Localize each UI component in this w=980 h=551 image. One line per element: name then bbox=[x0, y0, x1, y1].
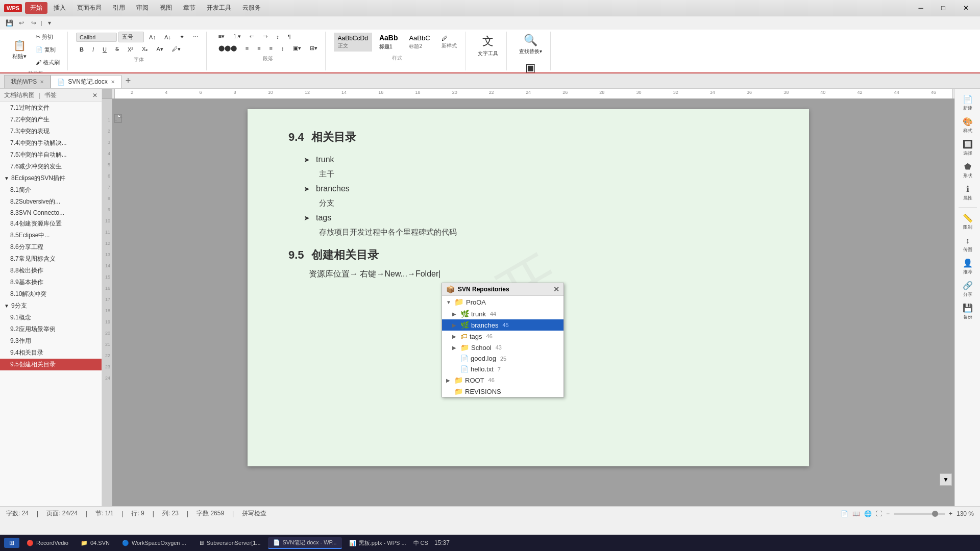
sidebar-item-9[interactable]: ▼ 9分支 bbox=[0, 300, 102, 312]
sidebar-item-7-3[interactable]: 7.3冲突的表现 bbox=[0, 126, 102, 137]
more-button[interactable]: ⋯ bbox=[189, 32, 202, 42]
style-new[interactable]: 🖊新样式 bbox=[437, 33, 461, 52]
doc-area[interactable]: 1 2 3 4 5 6 7 8 9 10 11 12 13 14 15 16 1… bbox=[102, 99, 954, 506]
transfer-button[interactable]: ↕ 传图 bbox=[958, 234, 978, 255]
italic-button[interactable]: I bbox=[89, 45, 97, 54]
sidebar-item-9-2[interactable]: 9.2应用场景举例 bbox=[0, 323, 102, 335]
view-fullscreen-icon[interactable]: ⛶ bbox=[876, 510, 882, 517]
select-panel-button[interactable]: 🔲 选择 bbox=[958, 138, 978, 158]
tab-mywps[interactable]: 我的WPS ✕ bbox=[4, 75, 51, 88]
share-button[interactable]: 🔗 分享 bbox=[958, 279, 978, 299]
highlight-button[interactable]: 🖊▾ bbox=[168, 44, 184, 54]
menu-yunfuwu[interactable]: 云服务 bbox=[237, 2, 266, 14]
find-replace-button[interactable]: 🔍 查找替换▾ bbox=[515, 32, 546, 57]
view-normal-icon[interactable]: 📄 bbox=[841, 510, 848, 517]
taskbar-recordvedio[interactable]: 🔴 RecordVedio bbox=[21, 538, 74, 548]
cut-button[interactable]: ✂ 剪切 bbox=[32, 32, 63, 42]
svn-popup-close-button[interactable]: ✕ bbox=[553, 285, 559, 293]
new-tab-button[interactable]: + bbox=[121, 76, 135, 86]
text-tools-button[interactable]: 文 文字工具 bbox=[474, 32, 502, 59]
save-button[interactable]: 💾 bbox=[4, 18, 14, 28]
sidebar-item-8-3[interactable]: 8.3SVN Connecto... bbox=[0, 208, 102, 218]
subscript-button[interactable]: X₂ bbox=[138, 44, 151, 54]
bold-button[interactable]: B bbox=[76, 45, 87, 54]
select-button[interactable]: ▣ 选择▾ bbox=[520, 59, 541, 73]
backup-button[interactable]: 💾 备份 bbox=[958, 302, 978, 322]
scroll-to-bottom-button[interactable]: ▼ bbox=[940, 473, 952, 486]
justify-button[interactable]: ≡ bbox=[266, 44, 276, 53]
sidebar-item-8-4[interactable]: 8.4创建资源库位置 bbox=[0, 218, 102, 230]
show-hide-button[interactable]: ¶ bbox=[284, 32, 295, 41]
strikethrough-button[interactable]: S̶ bbox=[112, 44, 122, 54]
sidebar-item-8-1[interactable]: 8.1简介 bbox=[0, 184, 102, 196]
redo-button[interactable]: ↪ bbox=[29, 18, 39, 28]
recommend-button[interactable]: 👤 推荐 bbox=[958, 257, 978, 277]
minimize-button[interactable]: ─ bbox=[911, 3, 931, 14]
sidebar-item-7-6[interactable]: 7.6减少冲突的发生 bbox=[0, 161, 102, 172]
sidebar-item-7-1[interactable]: 7.1过时的文件 bbox=[0, 102, 102, 114]
sidebar-item-8[interactable]: ▼ 8Eclipse的SVN插件 bbox=[0, 172, 102, 184]
svn-row-tags[interactable]: ▶ 🏷 tags 46 bbox=[442, 331, 564, 342]
underline-button[interactable]: U bbox=[99, 45, 110, 54]
view-read-icon[interactable]: 📖 bbox=[852, 510, 860, 517]
svn-row-goodlog[interactable]: ▶ 📄 good.log 25 bbox=[442, 353, 564, 364]
menu-shenyue[interactable]: 审阅 bbox=[131, 2, 154, 14]
tab-svnnotes[interactable]: 📄 SVN笔记.docx ✕ bbox=[51, 75, 121, 88]
format-button[interactable]: 🖌 格式刷 bbox=[32, 57, 63, 68]
sidebar-item-8-8[interactable]: 8.8检出操作 bbox=[0, 265, 102, 277]
menu-kaifagongju[interactable]: 开发工具 bbox=[202, 2, 236, 14]
svn-row-revisions[interactable]: ▶ 📁 REVISIONS bbox=[442, 386, 564, 397]
menu-zhanjie[interactable]: 章节 bbox=[178, 2, 201, 14]
sidebar-bookmark-tab[interactable]: 书签 bbox=[44, 91, 57, 99]
sidebar-item-8-10[interactable]: 8.10解决冲突 bbox=[0, 288, 102, 300]
paste-button[interactable]: 📋 粘贴▾ bbox=[8, 37, 31, 62]
numbered-list-button[interactable]: 1.▾ bbox=[230, 32, 244, 41]
sidebar-item-9-4[interactable]: 9.4相关目录 bbox=[0, 347, 102, 359]
align-left-button[interactable]: ⬤⬤⬤ bbox=[215, 43, 240, 53]
new-button[interactable]: 📄 新建 bbox=[958, 93, 978, 113]
view-web-icon[interactable]: 🌐 bbox=[864, 510, 872, 517]
sidebar-item-9-3[interactable]: 9.3作用 bbox=[0, 335, 102, 347]
clear-format-button[interactable]: ✦ bbox=[176, 32, 188, 42]
sidebar-item-8-6[interactable]: 8.6分享工程 bbox=[0, 241, 102, 253]
limit-button[interactable]: 📏 限制 bbox=[958, 212, 978, 232]
shading-button[interactable]: ▣▾ bbox=[289, 43, 305, 53]
fontcolor-button[interactable]: A▾ bbox=[153, 44, 166, 54]
property-button[interactable]: ℹ 属性 bbox=[958, 183, 978, 203]
style-panel-button[interactable]: 🎨 样式 bbox=[958, 115, 978, 136]
svn-row-school[interactable]: ▶ 📁 School 43 bbox=[442, 342, 564, 353]
svn-row-trunk[interactable]: ▶ 🌿 trunk 44 bbox=[442, 308, 564, 319]
sidebar-item-9-5[interactable]: 9.5创建相关目录 bbox=[0, 359, 102, 370]
font-shrink-button[interactable]: A↓ bbox=[161, 33, 175, 42]
sidebar-item-7-4[interactable]: 7.4冲突的手动解决... bbox=[0, 137, 102, 149]
sidebar-close-button[interactable]: ✕ bbox=[92, 92, 97, 99]
dropdown-button[interactable]: ▾ bbox=[44, 18, 55, 28]
svn-row-prooa[interactable]: ▼ 📁 ProOA bbox=[442, 296, 564, 308]
start-button[interactable]: ⊞ bbox=[4, 538, 19, 548]
svn-row-root[interactable]: ▶ 📁 ROOT 46 bbox=[442, 374, 564, 386]
shape-button[interactable]: ⬟ 形状 bbox=[958, 160, 978, 181]
sidebar-item-8-9[interactable]: 8.9基本操作 bbox=[0, 277, 102, 288]
sidebar-item-8-5[interactable]: 8.5Eclipse中... bbox=[0, 230, 102, 241]
menu-kaishi[interactable]: 开始 bbox=[25, 2, 47, 14]
taskbar-ppt[interactable]: 📊 黑板.pptx - WPS ... bbox=[344, 538, 411, 548]
linespace-button[interactable]: ↕ bbox=[278, 44, 288, 53]
bullet-list-button[interactable]: ≡▾ bbox=[215, 32, 228, 41]
sys-lang[interactable]: 中 CS bbox=[413, 539, 428, 547]
menu-yinyong[interactable]: 引用 bbox=[108, 2, 130, 14]
sidebar-doc-structure-tab[interactable]: 文档结构图 bbox=[4, 91, 35, 99]
undo-button[interactable]: ↩ bbox=[16, 18, 27, 28]
style-heading2[interactable]: AaBbC标题2 bbox=[405, 32, 434, 52]
zoom-out-button[interactable]: − bbox=[886, 510, 890, 517]
sidebar-item-8-2[interactable]: 8.2Subversive的... bbox=[0, 196, 102, 208]
copy-button[interactable]: 📄 复制 bbox=[32, 44, 63, 55]
sidebar-item-9-1[interactable]: 9.1概念 bbox=[0, 312, 102, 323]
superscript-button[interactable]: X² bbox=[124, 45, 137, 54]
outdent-button[interactable]: ⇐ bbox=[246, 32, 258, 41]
sort-button[interactable]: ↕ bbox=[273, 32, 283, 41]
taskbar-wps[interactable]: 📄 SVN笔记.docx - WP... bbox=[268, 537, 342, 549]
menu-pagemenu[interactable]: 页面布局 bbox=[72, 2, 107, 14]
font-size-select[interactable]: 五号 bbox=[118, 32, 144, 42]
tab-svnnotes-close[interactable]: ✕ bbox=[111, 79, 115, 85]
taskbar-svnserver[interactable]: 🖥 SubversionServer[1... bbox=[193, 538, 266, 547]
